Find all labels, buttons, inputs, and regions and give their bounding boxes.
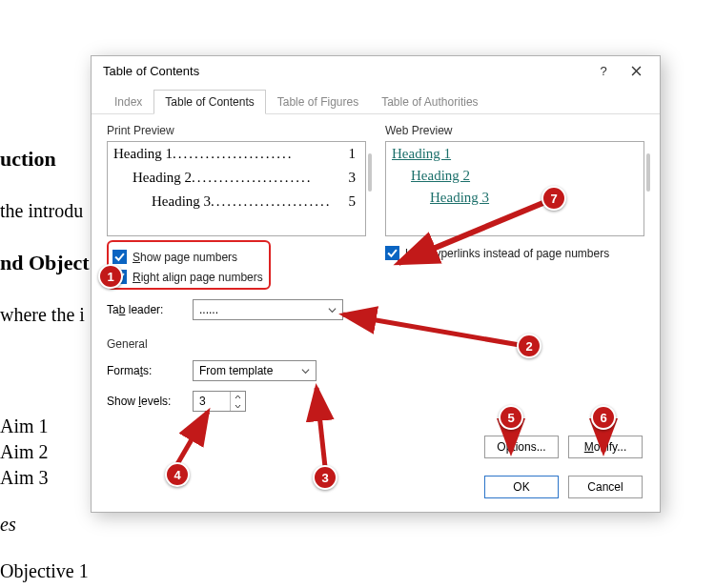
annotation-badge-5: 5 — [499, 405, 523, 430]
pp-heading: Heading 2 — [133, 170, 192, 186]
wp-heading: Heading 2 — [392, 168, 634, 184]
help-button[interactable]: ? — [587, 59, 620, 82]
chevron-down-icon — [298, 364, 312, 377]
wp-heading: Heading 1 — [392, 146, 634, 162]
tab-toa[interactable]: Table of Authorities — [370, 90, 489, 114]
dialog-body: Print Preview Heading 1 ................… — [92, 114, 660, 421]
print-preview-box: Heading 1 ...................... 1 Headi… — [107, 141, 366, 236]
formats-select[interactable]: From template — [193, 360, 317, 381]
doc-text: es — [0, 514, 715, 536]
general-label: General — [107, 337, 366, 351]
tab-leader-select[interactable]: ...... — [193, 299, 343, 320]
doc-objective: Objective 1 — [0, 560, 715, 582]
formats-value: From template — [199, 364, 273, 377]
web-preview-label: Web Preview — [385, 124, 644, 137]
spinner-up-button[interactable] — [231, 392, 245, 401]
pp-page: 1 — [349, 146, 357, 162]
formats-label: Formats: — [107, 364, 185, 377]
tab-leader-label: Tab leader: — [107, 303, 185, 316]
dialog-title: Table of Contents — [103, 64, 587, 78]
chevron-up-icon — [235, 395, 241, 399]
close-button[interactable] — [620, 59, 652, 82]
print-preview-label: Print Preview — [107, 124, 366, 137]
pp-heading: Heading 3 — [152, 193, 211, 210]
chevron-down-icon — [235, 404, 241, 409]
ok-button[interactable]: OK — [484, 476, 559, 498]
check-icon — [114, 252, 125, 262]
close-icon — [631, 66, 642, 76]
annotation-highlight-1: SShow page numbershow page numbers Right… — [107, 240, 271, 290]
wp-heading: Heading 3 — [392, 190, 634, 206]
cancel-button[interactable]: Cancel — [568, 476, 643, 498]
tab-leader-value: ...... — [199, 303, 218, 316]
levels-value: 3 — [194, 392, 230, 411]
pp-heading: Heading 1 — [113, 146, 173, 162]
tab-toc[interactable]: Table of Contents — [153, 90, 265, 114]
check-icon — [387, 248, 398, 258]
use-hyperlinks-label: Use hyperlinks instead of page numbers — [405, 247, 609, 260]
pp-dots: ...................... — [192, 170, 348, 186]
annotation-badge-2: 2 — [517, 334, 541, 358]
annotation-badge-1: 1 — [98, 264, 123, 289]
use-hyperlinks-checkbox[interactable] — [385, 246, 399, 260]
options-button[interactable]: Options... — [484, 436, 559, 458]
pp-dots: ...................... — [173, 146, 348, 162]
pp-dots: ...................... — [211, 193, 348, 210]
show-page-numbers-checkbox[interactable] — [112, 250, 127, 264]
pp-page: 5 — [349, 193, 357, 210]
tab-index[interactable]: Index — [103, 90, 153, 114]
annotation-badge-3: 3 — [313, 465, 337, 490]
pp-page: 3 — [349, 170, 357, 186]
tab-tof[interactable]: Table of Figures — [266, 90, 370, 114]
annotation-badge-7: 7 — [541, 186, 566, 211]
levels-label: Show levels: — [107, 395, 185, 408]
scrollbar-thumb[interactable] — [368, 153, 372, 192]
annotation-badge-4: 4 — [165, 462, 190, 487]
levels-spinner[interactable]: 3 — [193, 391, 246, 412]
web-preview-box: Heading 1 Heading 2 Heading 3 — [385, 141, 644, 236]
tab-strip: Index Table of Contents Table of Figures… — [92, 85, 660, 114]
modify-button[interactable]: Modify... — [568, 436, 643, 458]
scrollbar-thumb[interactable] — [646, 153, 650, 192]
spinner-down-button[interactable] — [231, 401, 245, 411]
show-page-numbers-label: SShow page numbershow page numbers — [133, 251, 237, 264]
right-align-label: Right align page numbers — [133, 271, 263, 284]
toc-dialog: Table of Contents ? Index Table of Conte… — [91, 55, 661, 513]
titlebar: Table of Contents ? — [92, 56, 660, 85]
annotation-badge-6: 6 — [591, 405, 616, 430]
chevron-down-icon — [325, 303, 338, 316]
